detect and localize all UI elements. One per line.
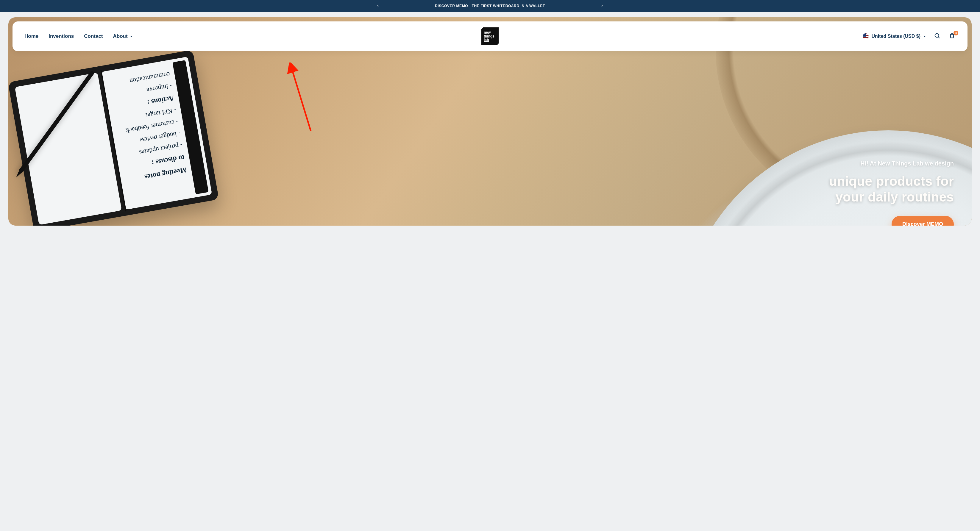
hero-memo-notebook: Meeting notes to discuss : - project upd… [8, 50, 219, 226]
cart-button[interactable]: 3 [948, 33, 956, 40]
hero-section: Meeting notes to discuss : - project upd… [8, 17, 972, 226]
nav-inventions[interactable]: Inventions [49, 33, 74, 39]
nav-home[interactable]: Home [24, 33, 38, 39]
brand-logo[interactable]: new things lab [481, 27, 499, 45]
hero-eyebrow: Hi! At New Things Lab we design [829, 160, 954, 167]
search-icon [934, 32, 940, 40]
nav-about-label: About [113, 33, 128, 39]
chevron-right-icon [600, 3, 604, 9]
chevron-down-icon [130, 36, 132, 37]
chevron-down-icon [923, 36, 926, 37]
announcement-text: DISCOVER MEMO - THE FIRST WHITEBOARD IN … [435, 4, 545, 8]
nav-about[interactable]: About [113, 33, 132, 39]
svg-line-1 [938, 37, 940, 38]
site-header: Home Inventions Contact About new things… [13, 21, 967, 51]
announcement-prev-button[interactable] [374, 2, 381, 10]
discover-memo-button[interactable]: Discover MEMO [892, 216, 954, 226]
hero-copy: Hi! At New Things Lab we design unique p… [829, 160, 954, 226]
hero-headline: unique products for your daily routines [829, 173, 954, 205]
us-flag-icon [863, 33, 869, 39]
announcement-bar: DISCOVER MEMO - THE FIRST WHITEBOARD IN … [0, 0, 980, 12]
header-actions: United States (USD $) 3 [863, 33, 956, 40]
primary-nav: Home Inventions Contact About [24, 33, 132, 39]
annotation-arrow [285, 62, 315, 135]
svg-point-0 [935, 33, 939, 38]
svg-line-2 [291, 67, 311, 131]
chevron-left-icon [376, 3, 380, 9]
cart-count-badge: 3 [953, 31, 958, 35]
nav-contact[interactable]: Contact [84, 33, 103, 39]
country-selector[interactable]: United States (USD $) [863, 33, 926, 39]
search-button[interactable] [934, 33, 941, 40]
announcement-next-button[interactable] [599, 2, 606, 10]
country-selector-label: United States (USD $) [872, 33, 920, 39]
